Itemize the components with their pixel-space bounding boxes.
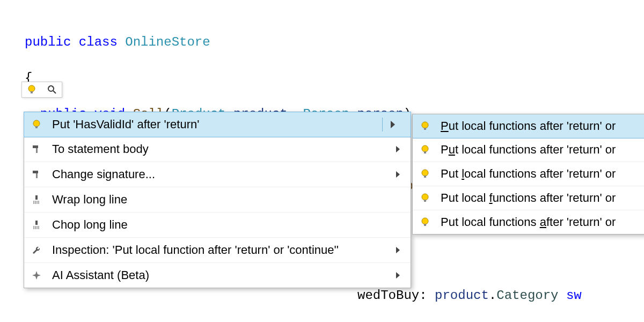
svg-line-3	[53, 91, 56, 93]
svg-rect-33	[424, 175, 426, 178]
brush-icon	[31, 194, 42, 206]
submenu-item[interactable]: Put local functions after 'return' or	[413, 162, 644, 186]
menu-label: Put local functions after 'return' or	[441, 119, 642, 133]
menu-item-put-after-return[interactable]: Put 'HasValidId' after 'return'	[24, 112, 411, 137]
context-menu[interactable]: Put 'HasValidId' after 'return' To state…	[24, 112, 411, 288]
menu-label: To statement body	[52, 142, 383, 156]
svg-point-28	[422, 122, 428, 128]
submenu-item[interactable]: Put local functions after 'return' or	[413, 186, 644, 210]
menu-label: Put 'HasValidId' after 'return'	[52, 118, 372, 131]
hammer-icon	[31, 143, 42, 155]
menu-label: Put local functions after 'return' or	[441, 191, 642, 205]
svg-rect-9	[33, 145, 38, 148]
lightbulb-icon	[419, 120, 431, 132]
menu-item-inspection[interactable]: Inspection: 'Put local function after 'r…	[24, 238, 411, 263]
submenu-item[interactable]: Put local functions after 'return' or	[413, 210, 644, 234]
menu-item-wrap-long-line[interactable]: Wrap long line	[24, 187, 411, 213]
svg-point-0	[28, 85, 35, 92]
wrench-icon	[31, 244, 42, 256]
submenu-item[interactable]: Put local functions after 'return' or	[412, 114, 644, 138]
submenu-item[interactable]: Put local functions after 'return' or	[413, 138, 644, 162]
menu-label: Put local functions after 'return' or	[441, 215, 642, 229]
menu-label: Chop long line	[52, 218, 404, 232]
submenu-arrow	[392, 146, 404, 152]
svg-rect-1	[31, 91, 33, 93]
menu-label: Put local functions after 'return' or	[441, 167, 642, 181]
lightbulb-icon	[31, 119, 42, 130]
submenu-arrow[interactable]	[382, 118, 404, 131]
keyword: public	[25, 35, 71, 49]
magnifier-icon[interactable]	[47, 84, 57, 95]
lightbulb-icon	[419, 144, 431, 156]
svg-rect-13	[36, 173, 38, 178]
svg-rect-15	[35, 195, 38, 200]
svg-rect-35	[424, 200, 426, 202]
menu-label: Wrap long line	[52, 193, 404, 207]
menu-item-to-statement-body[interactable]: To statement body	[24, 137, 411, 162]
svg-marker-14	[396, 171, 400, 178]
lightbulb-icon[interactable]	[26, 84, 37, 95]
svg-marker-11	[396, 146, 400, 152]
menu-label: Inspection: 'Put local function after 'r…	[52, 243, 383, 257]
menu-label: Put local functions after 'return' or	[441, 143, 642, 157]
context-submenu[interactable]: Put local functions after 'return' or Pu…	[412, 114, 644, 235]
type-name: OnlineStore	[125, 35, 210, 49]
hammer-icon	[31, 169, 42, 180]
code-fragment: wedToBuy: product.Category sw ProductCat…	[25, 268, 614, 322]
submenu-arrow	[392, 247, 404, 253]
keyword: sw	[558, 288, 581, 303]
svg-marker-25	[396, 247, 400, 253]
lightbulb-icon	[419, 168, 431, 180]
svg-rect-37	[424, 224, 426, 226]
submenu-arrow	[392, 171, 404, 178]
brush-icon	[31, 219, 42, 231]
svg-point-6	[33, 120, 40, 127]
svg-point-34	[422, 194, 428, 200]
menu-label: Change signature...	[52, 167, 383, 181]
keyword: class	[79, 35, 118, 49]
ident: product	[435, 288, 489, 303]
svg-rect-10	[36, 148, 38, 153]
property: Category	[496, 288, 558, 303]
menu-item-change-signature[interactable]: Change signature...	[24, 162, 411, 187]
svg-point-32	[422, 170, 428, 176]
svg-rect-20	[35, 221, 38, 225]
lightbulb-icon	[419, 216, 431, 228]
lightbulb-icon	[419, 192, 431, 204]
svg-rect-12	[33, 171, 38, 173]
svg-rect-31	[424, 151, 426, 153]
svg-point-36	[422, 218, 428, 224]
menu-item-chop-long-line[interactable]: Chop long line	[24, 213, 411, 238]
quick-action-bar[interactable]	[21, 82, 62, 98]
svg-point-30	[422, 145, 428, 152]
text: wedToBuy:	[357, 288, 435, 303]
svg-marker-8	[391, 121, 395, 128]
svg-rect-7	[35, 126, 38, 128]
svg-rect-29	[424, 128, 426, 130]
